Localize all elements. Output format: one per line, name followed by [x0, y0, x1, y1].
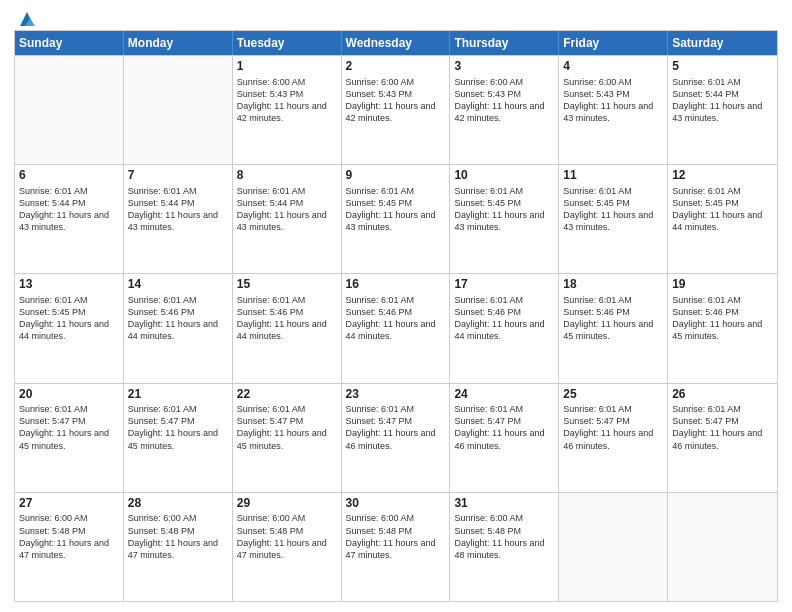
- cell-info: Sunrise: 6:00 AM Sunset: 5:48 PM Dayligh…: [237, 512, 337, 561]
- cal-header-sunday: Sunday: [15, 31, 124, 55]
- cal-cell: 25Sunrise: 6:01 AM Sunset: 5:47 PM Dayli…: [559, 384, 668, 492]
- cell-info: Sunrise: 6:01 AM Sunset: 5:45 PM Dayligh…: [19, 294, 119, 343]
- cell-info: Sunrise: 6:01 AM Sunset: 5:47 PM Dayligh…: [346, 403, 446, 452]
- day-number: 22: [237, 387, 337, 403]
- cell-info: Sunrise: 6:01 AM Sunset: 5:47 PM Dayligh…: [672, 403, 773, 452]
- day-number: 31: [454, 496, 554, 512]
- cal-cell: 11Sunrise: 6:01 AM Sunset: 5:45 PM Dayli…: [559, 165, 668, 273]
- cal-cell: 5Sunrise: 6:01 AM Sunset: 5:44 PM Daylig…: [668, 56, 777, 164]
- cal-cell: 26Sunrise: 6:01 AM Sunset: 5:47 PM Dayli…: [668, 384, 777, 492]
- cal-cell: 28Sunrise: 6:00 AM Sunset: 5:48 PM Dayli…: [124, 493, 233, 601]
- cal-header-tuesday: Tuesday: [233, 31, 342, 55]
- day-number: 27: [19, 496, 119, 512]
- cal-week-4: 20Sunrise: 6:01 AM Sunset: 5:47 PM Dayli…: [15, 383, 777, 492]
- cal-cell: [668, 493, 777, 601]
- cal-cell: 8Sunrise: 6:01 AM Sunset: 5:44 PM Daylig…: [233, 165, 342, 273]
- cal-week-3: 13Sunrise: 6:01 AM Sunset: 5:45 PM Dayli…: [15, 273, 777, 382]
- cal-cell: 21Sunrise: 6:01 AM Sunset: 5:47 PM Dayli…: [124, 384, 233, 492]
- cal-cell: 22Sunrise: 6:01 AM Sunset: 5:47 PM Dayli…: [233, 384, 342, 492]
- cal-header-saturday: Saturday: [668, 31, 777, 55]
- cal-cell: [15, 56, 124, 164]
- day-number: 17: [454, 277, 554, 293]
- cell-info: Sunrise: 6:01 AM Sunset: 5:47 PM Dayligh…: [563, 403, 663, 452]
- day-number: 2: [346, 59, 446, 75]
- cal-cell: 30Sunrise: 6:00 AM Sunset: 5:48 PM Dayli…: [342, 493, 451, 601]
- cell-info: Sunrise: 6:01 AM Sunset: 5:46 PM Dayligh…: [128, 294, 228, 343]
- cell-info: Sunrise: 6:01 AM Sunset: 5:44 PM Dayligh…: [672, 76, 773, 125]
- cal-cell: 19Sunrise: 6:01 AM Sunset: 5:46 PM Dayli…: [668, 274, 777, 382]
- day-number: 5: [672, 59, 773, 75]
- cal-cell: 7Sunrise: 6:01 AM Sunset: 5:44 PM Daylig…: [124, 165, 233, 273]
- day-number: 23: [346, 387, 446, 403]
- cal-header-wednesday: Wednesday: [342, 31, 451, 55]
- day-number: 15: [237, 277, 337, 293]
- cal-header-monday: Monday: [124, 31, 233, 55]
- cal-week-5: 27Sunrise: 6:00 AM Sunset: 5:48 PM Dayli…: [15, 492, 777, 601]
- cal-header-friday: Friday: [559, 31, 668, 55]
- cal-header-thursday: Thursday: [450, 31, 559, 55]
- cell-info: Sunrise: 6:00 AM Sunset: 5:48 PM Dayligh…: [454, 512, 554, 561]
- cell-info: Sunrise: 6:01 AM Sunset: 5:45 PM Dayligh…: [346, 185, 446, 234]
- day-number: 29: [237, 496, 337, 512]
- cal-cell: 27Sunrise: 6:00 AM Sunset: 5:48 PM Dayli…: [15, 493, 124, 601]
- day-number: 25: [563, 387, 663, 403]
- cal-cell: 3Sunrise: 6:00 AM Sunset: 5:43 PM Daylig…: [450, 56, 559, 164]
- cal-cell: 15Sunrise: 6:01 AM Sunset: 5:46 PM Dayli…: [233, 274, 342, 382]
- cell-info: Sunrise: 6:01 AM Sunset: 5:46 PM Dayligh…: [346, 294, 446, 343]
- cal-cell: 13Sunrise: 6:01 AM Sunset: 5:45 PM Dayli…: [15, 274, 124, 382]
- calendar: SundayMondayTuesdayWednesdayThursdayFrid…: [14, 30, 778, 602]
- day-number: 30: [346, 496, 446, 512]
- calendar-body: 1Sunrise: 6:00 AM Sunset: 5:43 PM Daylig…: [15, 55, 777, 601]
- day-number: 1: [237, 59, 337, 75]
- day-number: 20: [19, 387, 119, 403]
- cal-cell: 12Sunrise: 6:01 AM Sunset: 5:45 PM Dayli…: [668, 165, 777, 273]
- day-number: 28: [128, 496, 228, 512]
- day-number: 18: [563, 277, 663, 293]
- day-number: 7: [128, 168, 228, 184]
- cal-cell: 14Sunrise: 6:01 AM Sunset: 5:46 PM Dayli…: [124, 274, 233, 382]
- cell-info: Sunrise: 6:00 AM Sunset: 5:43 PM Dayligh…: [563, 76, 663, 125]
- cal-cell: 1Sunrise: 6:00 AM Sunset: 5:43 PM Daylig…: [233, 56, 342, 164]
- logo: [14, 10, 38, 24]
- day-number: 16: [346, 277, 446, 293]
- cell-info: Sunrise: 6:00 AM Sunset: 5:43 PM Dayligh…: [346, 76, 446, 125]
- logo-icon: [16, 8, 38, 30]
- cal-cell: [124, 56, 233, 164]
- cell-info: Sunrise: 6:00 AM Sunset: 5:43 PM Dayligh…: [237, 76, 337, 125]
- cal-cell: 18Sunrise: 6:01 AM Sunset: 5:46 PM Dayli…: [559, 274, 668, 382]
- cal-cell: 24Sunrise: 6:01 AM Sunset: 5:47 PM Dayli…: [450, 384, 559, 492]
- cell-info: Sunrise: 6:01 AM Sunset: 5:45 PM Dayligh…: [672, 185, 773, 234]
- day-number: 6: [19, 168, 119, 184]
- cell-info: Sunrise: 6:01 AM Sunset: 5:46 PM Dayligh…: [237, 294, 337, 343]
- cell-info: Sunrise: 6:01 AM Sunset: 5:45 PM Dayligh…: [563, 185, 663, 234]
- day-number: 19: [672, 277, 773, 293]
- calendar-header: SundayMondayTuesdayWednesdayThursdayFrid…: [15, 31, 777, 55]
- cal-week-1: 1Sunrise: 6:00 AM Sunset: 5:43 PM Daylig…: [15, 55, 777, 164]
- cal-cell: 31Sunrise: 6:00 AM Sunset: 5:48 PM Dayli…: [450, 493, 559, 601]
- day-number: 9: [346, 168, 446, 184]
- cell-info: Sunrise: 6:01 AM Sunset: 5:47 PM Dayligh…: [237, 403, 337, 452]
- cell-info: Sunrise: 6:01 AM Sunset: 5:47 PM Dayligh…: [454, 403, 554, 452]
- cell-info: Sunrise: 6:00 AM Sunset: 5:48 PM Dayligh…: [19, 512, 119, 561]
- cal-cell: [559, 493, 668, 601]
- cal-cell: 9Sunrise: 6:01 AM Sunset: 5:45 PM Daylig…: [342, 165, 451, 273]
- day-number: 10: [454, 168, 554, 184]
- cell-info: Sunrise: 6:01 AM Sunset: 5:45 PM Dayligh…: [454, 185, 554, 234]
- cell-info: Sunrise: 6:01 AM Sunset: 5:44 PM Dayligh…: [128, 185, 228, 234]
- page: SundayMondayTuesdayWednesdayThursdayFrid…: [0, 0, 792, 612]
- cal-week-2: 6Sunrise: 6:01 AM Sunset: 5:44 PM Daylig…: [15, 164, 777, 273]
- cell-info: Sunrise: 6:01 AM Sunset: 5:46 PM Dayligh…: [563, 294, 663, 343]
- cell-info: Sunrise: 6:00 AM Sunset: 5:48 PM Dayligh…: [128, 512, 228, 561]
- day-number: 13: [19, 277, 119, 293]
- day-number: 14: [128, 277, 228, 293]
- cal-cell: 29Sunrise: 6:00 AM Sunset: 5:48 PM Dayli…: [233, 493, 342, 601]
- day-number: 4: [563, 59, 663, 75]
- cal-cell: 4Sunrise: 6:00 AM Sunset: 5:43 PM Daylig…: [559, 56, 668, 164]
- cal-cell: 16Sunrise: 6:01 AM Sunset: 5:46 PM Dayli…: [342, 274, 451, 382]
- day-number: 12: [672, 168, 773, 184]
- cal-cell: 2Sunrise: 6:00 AM Sunset: 5:43 PM Daylig…: [342, 56, 451, 164]
- cell-info: Sunrise: 6:01 AM Sunset: 5:44 PM Dayligh…: [19, 185, 119, 234]
- cell-info: Sunrise: 6:01 AM Sunset: 5:46 PM Dayligh…: [672, 294, 773, 343]
- cal-cell: 10Sunrise: 6:01 AM Sunset: 5:45 PM Dayli…: [450, 165, 559, 273]
- cell-info: Sunrise: 6:01 AM Sunset: 5:47 PM Dayligh…: [19, 403, 119, 452]
